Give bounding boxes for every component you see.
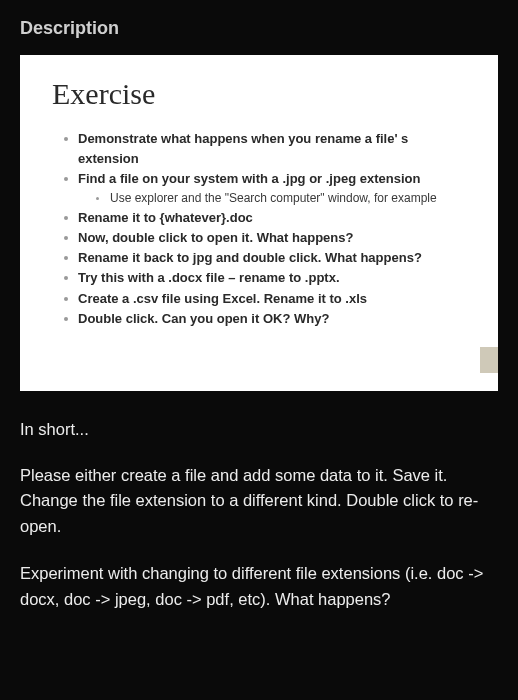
sub-bullet-list: Use explorer and the "Search computer" w…: [78, 189, 470, 208]
bullet-text: Find a file on your system with a .jpg o…: [78, 171, 420, 186]
bullet-item: Now, double click to open it. What happe…: [64, 228, 470, 248]
exercise-slide: Exercise Demonstrate what happens when y…: [20, 55, 498, 391]
bullet-item: Try this with a .docx file – rename to .…: [64, 268, 470, 288]
bullet-item: Rename it back to jpg and double click. …: [64, 248, 470, 268]
bullet-item: Rename it to {whatever}.doc: [64, 208, 470, 228]
bullet-list: Demonstrate what happens when you rename…: [52, 129, 470, 329]
in-short-label: In short...: [20, 417, 498, 443]
slide-decoration-stripe: [480, 347, 498, 373]
slide-title: Exercise: [52, 77, 470, 111]
bullet-item: Demonstrate what happens when you rename…: [64, 129, 470, 169]
instruction-paragraph: Experiment with changing to different fi…: [20, 561, 498, 612]
sub-bullet-item: Use explorer and the "Search computer" w…: [96, 189, 470, 208]
description-header: Description: [20, 18, 498, 39]
bullet-item: Create a .csv file using Excel. Rename i…: [64, 289, 470, 309]
bullet-item: Find a file on your system with a .jpg o…: [64, 169, 470, 208]
instruction-paragraph: Please either create a file and add some…: [20, 463, 498, 540]
bullet-item: Double click. Can you open it OK? Why?: [64, 309, 470, 329]
